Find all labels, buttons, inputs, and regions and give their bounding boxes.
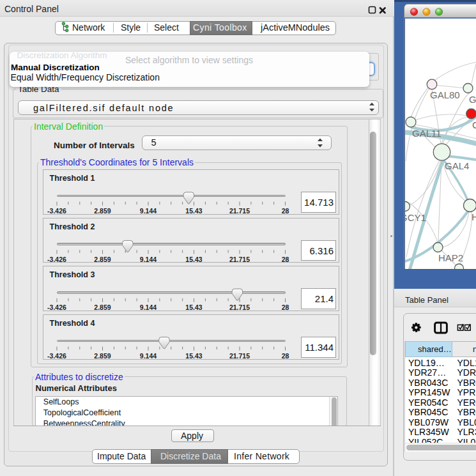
svg-text:HAP2: HAP2: [438, 252, 463, 263]
svg-text:C: C: [472, 119, 476, 130]
svg-text:H: H: [472, 211, 476, 222]
svg-text:GAL4: GAL4: [445, 160, 469, 171]
svg-text:GCY1: GCY1: [405, 212, 426, 223]
svg-text:GA: GA: [469, 94, 476, 105]
svg-text:GAL80: GAL80: [430, 89, 460, 100]
svg-text:GAL11: GAL11: [412, 128, 441, 139]
